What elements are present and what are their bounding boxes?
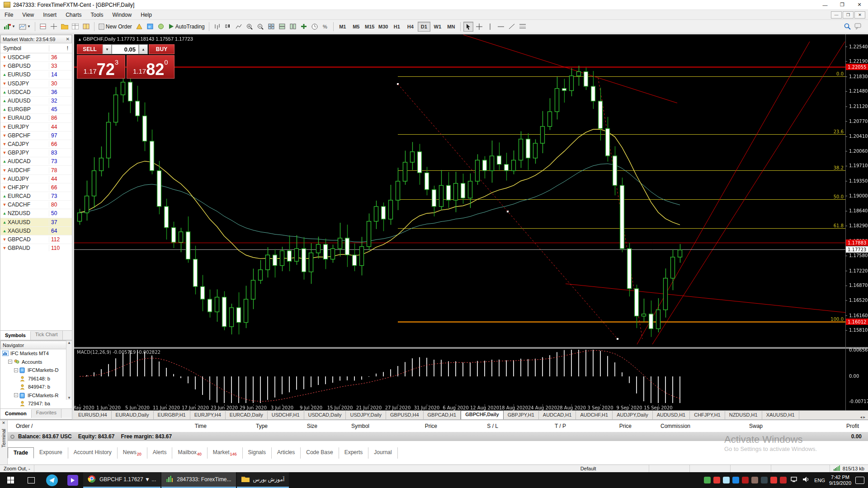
- tray-icon-3[interactable]: [723, 477, 730, 483]
- cursor-tool-button[interactable]: [463, 22, 473, 32]
- market-watch-close-icon[interactable]: ✕: [66, 37, 70, 42]
- navigator-scrollbar[interactable]: ▲▼: [66, 341, 72, 400]
- terminal-tab-market[interactable]: Market146: [208, 447, 243, 459]
- navigator-item-ifcmarkets-d[interactable]: −IFCMarkets-D: [0, 366, 72, 375]
- close-button[interactable]: ✕: [851, 0, 868, 10]
- chart-tab-eurcad-daily[interactable]: EURCAD,Daily: [226, 411, 268, 419]
- market-watch-row-cadchf[interactable]: ▼CADCHF80: [0, 201, 72, 209]
- expert-advisor-icon[interactable]: [156, 22, 166, 32]
- media-player-icon[interactable]: [62, 472, 83, 488]
- chart-tab-gbpchf-daily[interactable]: GBPCHF,Daily: [461, 410, 504, 419]
- terminal-column-swap[interactable]: Swap: [695, 423, 767, 429]
- chart-tab-xauusd-h1[interactable]: XAUUSD,H1: [762, 411, 799, 419]
- column-symbol[interactable]: Symbol: [0, 45, 49, 52]
- minimize-button[interactable]: —: [816, 0, 834, 10]
- market-watch-row-audusd[interactable]: ▲AUDUSD32: [0, 97, 72, 105]
- trendline-tool-button[interactable]: [507, 22, 517, 32]
- chart-tab-usdjpy-daily[interactable]: USDJPY,Daily: [346, 411, 386, 419]
- market-watch-row-eurcad[interactable]: ▲EURCAD73: [0, 192, 72, 201]
- market-watch-row-xauusd[interactable]: ▲XAUUSD37: [0, 218, 72, 227]
- depth-of-market-icon[interactable]: [38, 22, 48, 32]
- terminal-column-type[interactable]: Type: [211, 423, 272, 429]
- arrange-v-icon[interactable]: [288, 22, 298, 32]
- terminal-tab-exposure[interactable]: Exposure: [34, 447, 68, 459]
- terminal-column-tp[interactable]: T / P: [503, 423, 571, 429]
- navigator-item-ifcmarkets-r[interactable]: −IFCMarkets-R: [0, 391, 72, 400]
- task-view-button[interactable]: [21, 472, 42, 488]
- status-profile[interactable]: Default: [577, 465, 649, 472]
- terminal-column-price[interactable]: Price: [571, 423, 636, 429]
- market-watch-row-usdjpy[interactable]: ▼USDJPY30: [0, 80, 72, 88]
- navigator-item-ifc-markets-mt4[interactable]: IFC Markets MT4: [0, 349, 72, 358]
- tray-icon-2[interactable]: [713, 477, 720, 483]
- timeframe-d1-button[interactable]: D1: [418, 22, 430, 32]
- menu-item-file[interactable]: File: [0, 11, 18, 19]
- terminal-tab-journal[interactable]: Journal: [368, 447, 397, 459]
- autotrading-icon[interactable]: AutoTrading: [167, 22, 206, 32]
- volume-increase-button[interactable]: ▲: [139, 44, 148, 54]
- tray-icon-9[interactable]: [780, 477, 787, 483]
- menu-item-help[interactable]: Help: [136, 11, 156, 19]
- market-watch-row-audchf[interactable]: ▼AUDCHF78: [0, 166, 72, 174]
- chart-tab-audjpy-daily[interactable]: AUDJPY,Daily: [613, 411, 653, 419]
- new-chart-icon[interactable]: ▼: [2, 22, 17, 32]
- child-close-button[interactable]: ✕: [854, 11, 865, 19]
- menu-item-tools[interactable]: Tools: [86, 11, 108, 19]
- tray-icon-4[interactable]: [732, 477, 739, 483]
- sell-price-box[interactable]: 1.17 72 3: [77, 55, 125, 79]
- vertical-line-tool-button[interactable]: [485, 22, 495, 32]
- tray-icon-6[interactable]: [751, 477, 758, 483]
- market-watch-row-gbpchf[interactable]: ▼GBPCHF97: [0, 131, 72, 140]
- taskbar-folder-button[interactable]: آموزش بورس: [237, 472, 289, 488]
- market-watch-row-gbpusd[interactable]: ▼GBPUSD33: [0, 62, 72, 70]
- market-watch-row-eurjpy[interactable]: ▼EURJPY44: [0, 123, 72, 131]
- taskbar-chrome-button[interactable]: GBPCHF 1.17627 ▼ ...: [83, 472, 160, 488]
- child-restore-button[interactable]: ❐: [843, 11, 854, 19]
- zoom-in-icon[interactable]: [245, 22, 255, 32]
- templates-icon[interactable]: %: [321, 22, 330, 32]
- tray-icon-1[interactable]: [704, 477, 711, 483]
- child-minimize-button[interactable]: —: [831, 11, 842, 19]
- terminal-column-profit[interactable]: Profit: [767, 423, 863, 429]
- chart-tab-audcad-h1[interactable]: AUDCAD,H1: [539, 411, 576, 419]
- tray-icon-5[interactable]: [742, 477, 749, 483]
- menu-item-insert[interactable]: Insert: [38, 11, 61, 19]
- chart-tab-eurjpy-h4[interactable]: EURJPY,H4: [190, 411, 226, 419]
- market-watch-row-gbpjpy[interactable]: ▼GBPJPY83: [0, 149, 72, 157]
- crosshair-pointer-icon[interactable]: [49, 22, 59, 32]
- chart-tab-gbpusd-h4[interactable]: GBPUSD,H4: [386, 411, 424, 419]
- timeframe-h4-button[interactable]: H4: [404, 22, 417, 32]
- market-watch-row-eurgbp[interactable]: ▲EURGBP45: [0, 105, 72, 114]
- tree-collapse-icon[interactable]: −: [14, 368, 18, 372]
- expert-alert-icon[interactable]: [134, 22, 144, 32]
- tree-collapse-icon[interactable]: −: [8, 360, 12, 364]
- network-icon[interactable]: [791, 476, 799, 484]
- menu-item-window[interactable]: Window: [108, 11, 137, 19]
- timeframe-w1-button[interactable]: W1: [431, 22, 444, 32]
- market-watch-row-euraud[interactable]: ▼EURAUD86: [0, 114, 72, 122]
- terminal-column-commission[interactable]: Commission: [636, 423, 695, 429]
- market-watch-row-cadjpy[interactable]: ▼CADJPY66: [0, 140, 72, 149]
- market-watch-row-xagusd[interactable]: ▲XAGUSD64: [0, 227, 72, 235]
- timeframe-m1-button[interactable]: M1: [336, 22, 349, 32]
- market-watch-row-nzdusd[interactable]: ▲NZDUSD50: [0, 209, 72, 218]
- tree-collapse-icon[interactable]: −: [14, 393, 18, 397]
- navigator-item-796148-b[interactable]: 796148: b: [0, 375, 72, 383]
- terminal-column-price[interactable]: Price: [374, 423, 442, 429]
- chart-tab-chfjpy-h1[interactable]: CHFJPY,H1: [690, 411, 725, 419]
- action-center-icon[interactable]: [855, 477, 864, 484]
- volume-input[interactable]: 0.05: [112, 44, 139, 54]
- terminal-tab-account-history[interactable]: Account History: [68, 447, 118, 459]
- market-watch-row-eurusd[interactable]: ▲EURUSD14: [0, 70, 72, 79]
- navigator-tab-common[interactable]: Common: [0, 409, 32, 418]
- taskbar-clock[interactable]: 7:42 PM 9/19/2020: [829, 474, 851, 486]
- horizontal-line-tool-button[interactable]: [496, 22, 506, 32]
- chart-tab-eurusd-h4[interactable]: EURUSD,H4: [74, 411, 112, 419]
- chart-tab-nzdusd-h1[interactable]: NZDUSD,H1: [725, 411, 762, 419]
- data-window-icon[interactable]: [71, 22, 80, 32]
- market-watch-row-chfjpy[interactable]: ▼CHFJPY66: [0, 183, 72, 192]
- telegram-icon[interactable]: [42, 472, 62, 488]
- terminal-tab-experts[interactable]: Experts: [339, 447, 369, 459]
- periods-clock-icon[interactable]: [310, 22, 320, 32]
- market-watch-tab-symbols[interactable]: Symbols: [0, 331, 31, 340]
